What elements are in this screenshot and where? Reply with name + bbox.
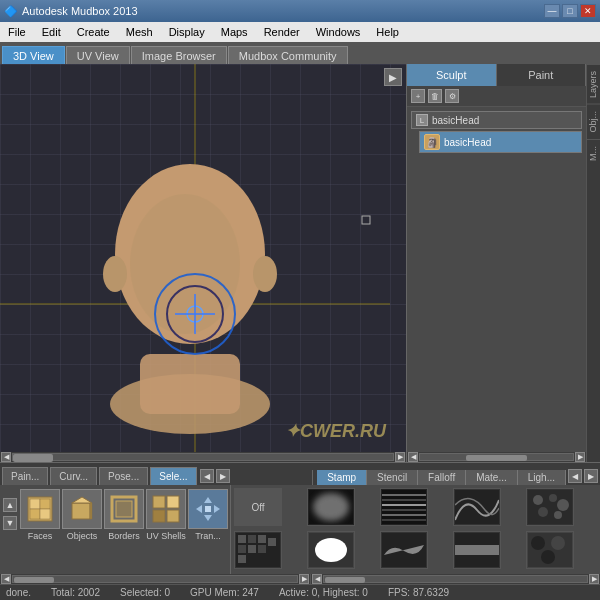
tool-tab-paint[interactable]: Pain...: [2, 467, 48, 485]
right-panel-spacer: [407, 159, 586, 452]
scroll-left-arrow[interactable]: ◀: [1, 452, 11, 462]
stamp-scroll-left[interactable]: ◀: [312, 574, 322, 584]
rp-scrollbar-track[interactable]: [419, 453, 574, 461]
stamp-cell-4[interactable]: [526, 488, 574, 526]
viewport-grid: [0, 64, 406, 462]
stamp-scrollbar-thumb[interactable]: [325, 577, 365, 583]
svg-marker-20: [72, 497, 92, 503]
layer-item-basichead-sub[interactable]: 🗿 basicHead: [419, 131, 582, 153]
stamp-scroll-right[interactable]: ▶: [589, 574, 599, 584]
tool-borders[interactable]: Borders: [104, 489, 144, 541]
main-layout: ▶ ✦CWER.RU ◀ ▶ Sculpt Paint + 🗑: [0, 64, 600, 462]
stamp-cell-9[interactable]: [526, 531, 574, 569]
stamp-grid: Off: [231, 485, 600, 574]
svg-point-46: [557, 499, 569, 511]
tab-uv-view[interactable]: UV View: [66, 46, 130, 64]
scrollbar-track[interactable]: [12, 453, 394, 461]
tool-tab-select[interactable]: Sele...: [150, 467, 196, 485]
stamp-tab-material[interactable]: Mate...: [466, 470, 518, 485]
viewport-nav-button[interactable]: ▶: [384, 68, 402, 86]
stamp-cell-5[interactable]: [234, 531, 282, 569]
tab-sculpt[interactable]: Sculpt: [407, 64, 497, 86]
layer-options-button[interactable]: ⚙: [445, 89, 459, 103]
stamp-nav-right[interactable]: ▶: [584, 469, 598, 483]
menu-render[interactable]: Render: [256, 22, 308, 42]
tool-scroll-left[interactable]: ◀: [1, 574, 11, 584]
svg-marker-31: [214, 505, 220, 513]
stamp-scrollbar-track[interactable]: [323, 575, 588, 583]
layer-delete-button[interactable]: 🗑: [428, 89, 442, 103]
layer-item-basichead[interactable]: L basicHead: [411, 111, 582, 129]
stamp-cell-6[interactable]: [307, 531, 355, 569]
layer-icon: 🗿: [424, 134, 440, 150]
layer-add-button[interactable]: +: [411, 89, 425, 103]
menu-file[interactable]: File: [0, 22, 34, 42]
stamp-cell-off[interactable]: Off: [234, 488, 282, 526]
close-button[interactable]: ✕: [580, 4, 596, 18]
tool-objects[interactable]: Objects: [62, 489, 102, 541]
right-panel-hscrollbar[interactable]: ◀ ▶: [407, 452, 586, 462]
stamp-tab-stamp[interactable]: Stamp: [317, 470, 367, 485]
tool-uv-shells[interactable]: UV Shells: [146, 489, 186, 541]
stamp-cell-3[interactable]: [453, 488, 501, 526]
side-tab-layers[interactable]: Layers: [587, 64, 600, 104]
layer-label: basicHead: [432, 115, 479, 126]
stamp-tab-stencil[interactable]: Stencil: [367, 470, 418, 485]
side-tab-m[interactable]: M...: [587, 139, 600, 167]
stamp-nav-left[interactable]: ◀: [568, 469, 582, 483]
tab-mudbox-community[interactable]: Mudbox Community: [228, 46, 348, 64]
tool-scrollbar-thumb[interactable]: [14, 577, 54, 583]
tab-image-browser[interactable]: Image Browser: [131, 46, 227, 64]
tab-paint[interactable]: Paint: [497, 64, 587, 86]
tool-scrollbar-track[interactable]: [12, 575, 298, 583]
scrollbar-thumb[interactable]: [13, 454, 53, 462]
stamp-tab-light[interactable]: Ligh...: [518, 470, 566, 485]
app-title: Autodesk Mudbox 2013: [22, 5, 138, 17]
svg-rect-57: [238, 555, 246, 563]
tool-faces[interactable]: Faces: [20, 489, 60, 541]
stamp-hscrollbar[interactable]: ◀ ▶: [310, 574, 600, 584]
tool-scroll-down[interactable]: ▼: [3, 516, 17, 530]
svg-point-66: [541, 550, 555, 564]
menu-help[interactable]: Help: [368, 22, 407, 42]
3d-viewport[interactable]: ▶ ✦CWER.RU ◀ ▶: [0, 64, 406, 462]
menu-mesh[interactable]: Mesh: [118, 22, 161, 42]
tool-faces-icon: [20, 489, 60, 529]
side-tab-obj[interactable]: Obj...: [587, 104, 600, 139]
svg-point-64: [531, 536, 545, 550]
tool-transform[interactable]: Tran...: [188, 489, 228, 541]
menu-edit[interactable]: Edit: [34, 22, 69, 42]
menu-maps[interactable]: Maps: [213, 22, 256, 42]
svg-rect-52: [238, 545, 246, 553]
layer-visibility[interactable]: L: [416, 114, 428, 126]
tool-uv-shells-icon: [146, 489, 186, 529]
title-bar: 🔷 Autodesk Mudbox 2013 — □ ✕: [0, 0, 600, 22]
tool-tab-curve[interactable]: Curv...: [50, 467, 97, 485]
tool-scroll-up[interactable]: ▲: [3, 498, 17, 512]
scroll-right-arrow[interactable]: ▶: [395, 452, 405, 462]
maximize-button[interactable]: □: [562, 4, 578, 18]
minimize-button[interactable]: —: [544, 4, 560, 18]
menu-create[interactable]: Create: [69, 22, 118, 42]
tool-tab-pose[interactable]: Pose...: [99, 467, 148, 485]
rp-scrollbar-thumb[interactable]: [466, 455, 527, 461]
rp-scroll-left[interactable]: ◀: [408, 452, 418, 462]
viewport-hscrollbar[interactable]: ◀ ▶: [0, 452, 406, 462]
tool-borders-label: Borders: [108, 531, 140, 541]
layers-list: L basicHead 🗿 basicHead: [407, 107, 586, 159]
tool-nav-left[interactable]: ◀: [200, 469, 214, 483]
svg-point-48: [554, 511, 562, 519]
stamp-cell-1[interactable]: [307, 488, 355, 526]
stamp-cell-2[interactable]: [380, 488, 428, 526]
menu-windows[interactable]: Windows: [308, 22, 369, 42]
rp-scroll-right[interactable]: ▶: [575, 452, 585, 462]
tool-hscrollbar[interactable]: ◀ ▶: [0, 574, 310, 584]
stamp-cell-8[interactable]: [453, 531, 501, 569]
menu-display[interactable]: Display: [161, 22, 213, 42]
tool-scroll-right[interactable]: ▶: [299, 574, 309, 584]
tool-nav-right[interactable]: ▶: [216, 469, 230, 483]
stamp-tab-falloff[interactable]: Falloff: [418, 470, 466, 485]
tab-3d-view[interactable]: 3D View: [2, 46, 65, 64]
right-panel-content: Sculpt Paint + 🗑 ⚙ L basicHead 🗿 basicHe…: [407, 64, 586, 462]
stamp-cell-7[interactable]: [380, 531, 428, 569]
